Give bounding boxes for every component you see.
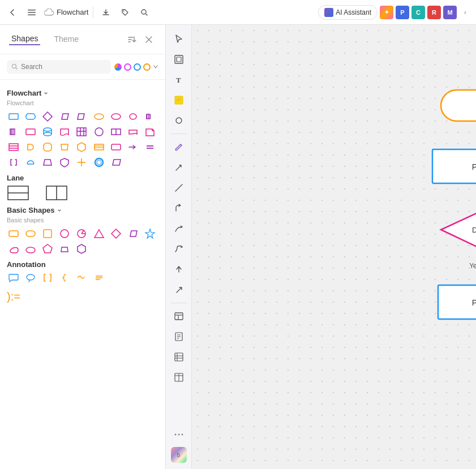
shape-bracket-purple[interactable] bbox=[7, 156, 20, 169]
tab-theme[interactable]: Theme bbox=[52, 35, 81, 45]
tool-curve1[interactable] bbox=[169, 219, 188, 238]
color-picker[interactable] bbox=[114, 63, 158, 71]
tool-circle[interactable] bbox=[169, 111, 188, 130]
app-icon-r[interactable]: R bbox=[427, 6, 441, 19]
basic-star-blue[interactable] bbox=[143, 227, 157, 240]
basic-oval-pink[interactable] bbox=[7, 242, 20, 256]
annot-lines-orange[interactable] bbox=[92, 271, 106, 285]
tool-frame[interactable] bbox=[169, 50, 188, 69]
section-annotation[interactable]: Annotation bbox=[7, 260, 158, 269]
shape-lines-orange[interactable] bbox=[92, 140, 106, 154]
lane-horizontal[interactable] bbox=[7, 184, 29, 201]
tool-text[interactable]: T bbox=[169, 70, 188, 89]
tool-arrow-bend[interactable] bbox=[169, 199, 188, 218]
shape-cylinder-blue[interactable] bbox=[41, 125, 54, 139]
shape-doc2-pink[interactable] bbox=[143, 125, 157, 139]
shape-arrow-right-purple[interactable] bbox=[126, 140, 140, 154]
basic-ellipse-pink[interactable] bbox=[24, 242, 37, 256]
color-dot-blue[interactable] bbox=[134, 63, 141, 71]
tool-palette[interactable]: b bbox=[169, 445, 188, 464]
lane-vertical[interactable] bbox=[45, 184, 68, 201]
basic-rect-rounded-orange[interactable] bbox=[24, 227, 37, 240]
annot-bubble2-blue[interactable] bbox=[24, 271, 37, 285]
canvas-area[interactable]: Start Process Decision Yes No Process Pr… bbox=[192, 25, 476, 469]
shape-D-orange[interactable] bbox=[24, 140, 37, 154]
annot-curly-orange[interactable] bbox=[58, 271, 71, 285]
tool-select[interactable] bbox=[169, 29, 188, 49]
search-input-wrap[interactable] bbox=[7, 60, 111, 74]
section-flowchart[interactable]: Flowchart bbox=[7, 89, 158, 97]
basic-rect-orange[interactable] bbox=[7, 227, 20, 240]
section-lane[interactable]: Lane bbox=[7, 174, 158, 182]
shape-parallelogram3-purple[interactable] bbox=[109, 156, 123, 169]
menu-button[interactable] bbox=[24, 5, 40, 20]
shape-doc-pink[interactable] bbox=[58, 125, 71, 139]
annot-bubble1-blue[interactable] bbox=[7, 271, 20, 285]
tool-table[interactable] bbox=[169, 307, 188, 326]
tool-arrow-diag[interactable] bbox=[169, 158, 188, 177]
shape-oval-pink[interactable] bbox=[109, 110, 123, 123]
collapse-apps-button[interactable]: ‹ bbox=[459, 6, 471, 19]
tool-curve2[interactable] bbox=[169, 239, 188, 259]
shape-rect-blue[interactable] bbox=[7, 110, 20, 123]
basic-hexagon-purple[interactable] bbox=[75, 242, 88, 256]
close-panel-button[interactable] bbox=[141, 32, 156, 47]
annot-bracket-orange[interactable] bbox=[41, 271, 54, 285]
basic-triangle-pink[interactable] bbox=[92, 227, 106, 240]
tool-arrow-ne[interactable] bbox=[169, 280, 188, 299]
app-icon-p[interactable]: P bbox=[396, 6, 409, 19]
basic-pentagon-pink[interactable] bbox=[41, 242, 54, 256]
color-dot-orange[interactable] bbox=[143, 63, 151, 71]
shape-hexagon-orange[interactable] bbox=[75, 140, 88, 154]
shape-trapezoid-orange[interactable] bbox=[58, 140, 71, 154]
sort-button[interactable] bbox=[125, 32, 139, 47]
color-dropdown-icon[interactable] bbox=[153, 64, 158, 70]
shape-diamond-purple[interactable] bbox=[41, 110, 54, 123]
back-button[interactable] bbox=[5, 5, 20, 20]
shape-drum-purple[interactable] bbox=[143, 110, 157, 123]
section-basic[interactable]: Basic Shapes bbox=[7, 206, 158, 214]
shape-ellipse-orange[interactable] bbox=[92, 110, 106, 123]
annot-extra[interactable]: ):= bbox=[7, 288, 158, 306]
app-icon-c[interactable]: C bbox=[411, 6, 425, 19]
shape-grid-purple[interactable] bbox=[75, 125, 88, 139]
shape-rounded-sq-orange[interactable] bbox=[41, 140, 54, 154]
annot-wave-orange[interactable] bbox=[75, 271, 88, 285]
shape-circle2-blue[interactable] bbox=[92, 156, 106, 169]
shape-rect-pink2[interactable] bbox=[24, 125, 37, 139]
shape-wave-pink[interactable] bbox=[126, 125, 140, 139]
shape-semicircle-blue[interactable] bbox=[24, 156, 37, 169]
basic-trapezoid-purple[interactable] bbox=[58, 242, 71, 256]
search-input[interactable] bbox=[21, 63, 106, 71]
tool-columns[interactable] bbox=[169, 368, 188, 387]
shape-rect3-pink[interactable] bbox=[109, 140, 123, 154]
search-top-button[interactable] bbox=[136, 5, 152, 20]
tool-arrow-up[interactable] bbox=[169, 260, 188, 279]
shape-parallelogram2-purple[interactable] bbox=[75, 110, 88, 123]
basic-parallelogram-purple[interactable] bbox=[126, 227, 140, 240]
basic-square-orange[interactable] bbox=[41, 227, 54, 240]
shape-shield-purple[interactable] bbox=[58, 156, 71, 169]
app-icon-m[interactable]: M bbox=[443, 6, 457, 19]
tool-more[interactable] bbox=[169, 425, 188, 444]
tool-pencil[interactable] bbox=[169, 137, 188, 157]
shape-drum2-purple[interactable] bbox=[7, 125, 20, 139]
ai-assistant-button[interactable]: AI Assistant bbox=[318, 5, 378, 20]
shape-trapezoid2-purple[interactable] bbox=[41, 156, 54, 169]
shape-rect-split-purple[interactable] bbox=[109, 125, 123, 139]
tool-text-doc[interactable] bbox=[169, 327, 188, 346]
tab-shapes[interactable]: Shapes bbox=[9, 34, 40, 45]
shape-oval2-pink[interactable] bbox=[126, 110, 140, 123]
basic-diamond-pink[interactable] bbox=[109, 227, 123, 240]
shape-circle-purple[interactable] bbox=[92, 125, 106, 139]
shape-parallelogram-purple[interactable] bbox=[58, 110, 71, 123]
app-icon-gradient[interactable]: ✦ bbox=[380, 6, 393, 19]
basic-circle-pink[interactable] bbox=[58, 227, 71, 240]
tool-line[interactable] bbox=[169, 178, 188, 197]
color-dot-multi[interactable] bbox=[114, 63, 122, 71]
tool-sticky[interactable] bbox=[169, 91, 188, 110]
tool-list[interactable] bbox=[169, 347, 188, 367]
shape-equals-purple[interactable] bbox=[143, 140, 157, 154]
shape-list-pink[interactable] bbox=[7, 140, 20, 154]
download-button[interactable] bbox=[98, 5, 114, 20]
